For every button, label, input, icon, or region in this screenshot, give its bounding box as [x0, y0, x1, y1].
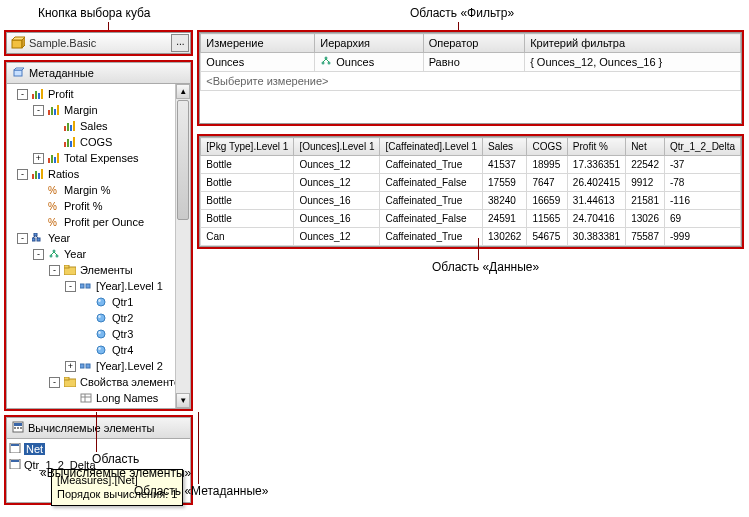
tree-row[interactable]: -Year: [9, 246, 188, 262]
tree-row[interactable]: Qtr4: [9, 342, 188, 358]
folder-icon: [63, 264, 77, 276]
scroll-down-button[interactable]: ▼: [176, 393, 190, 408]
percent-icon: %: [47, 200, 61, 212]
tree-row[interactable]: %Profit %: [9, 198, 188, 214]
cube-selector[interactable]: Sample.Basic ...: [6, 32, 191, 54]
filter-header[interactable]: Иерархия: [315, 34, 423, 53]
collapse-toggle[interactable]: -: [17, 233, 28, 244]
svg-point-48: [97, 314, 105, 322]
filter-header[interactable]: Критерий фильтра: [525, 34, 741, 53]
tree-row[interactable]: Long Names: [9, 390, 188, 406]
tree-row[interactable]: Sales: [9, 118, 188, 134]
tree-row[interactable]: %Profit per Ounce: [9, 214, 188, 230]
svg-rect-24: [57, 153, 59, 163]
member-icon: [95, 328, 109, 340]
svg-rect-43: [64, 265, 69, 268]
svg-rect-62: [14, 423, 22, 426]
svg-rect-27: [38, 173, 40, 179]
svg-line-73: [323, 59, 326, 62]
data-row[interactable]: CanOunces_12Caffeinated_True130262546753…: [201, 228, 741, 246]
filter-cell[interactable]: Ounces: [201, 53, 315, 72]
tree-row[interactable]: Qtr3: [9, 326, 188, 342]
data-header[interactable]: Qtr_1_2_Delta: [664, 138, 740, 156]
tree-label: Profit per Ounce: [64, 216, 144, 228]
svg-point-50: [97, 330, 105, 338]
collapse-toggle[interactable]: -: [65, 281, 76, 292]
collapse-toggle[interactable]: -: [17, 169, 28, 180]
collapse-toggle[interactable]: -: [33, 249, 44, 260]
collapse-toggle[interactable]: -: [49, 377, 60, 388]
metadata-tab[interactable]: Метаданные: [7, 63, 190, 84]
metadata-icon: [13, 66, 25, 80]
svg-rect-16: [73, 121, 75, 131]
svg-line-41: [54, 252, 57, 255]
data-row[interactable]: BottleOunces_16Caffeinated_False24591115…: [201, 210, 741, 228]
svg-rect-21: [48, 158, 50, 163]
svg-rect-26: [35, 171, 37, 179]
tree-row[interactable]: -Ratios: [9, 166, 188, 182]
svg-rect-8: [41, 89, 43, 99]
tree-row[interactable]: -Элементы: [9, 262, 188, 278]
data-cell: 13026: [626, 210, 665, 228]
expand-toggle[interactable]: +: [65, 361, 76, 372]
svg-rect-7: [38, 93, 40, 99]
tree-row[interactable]: COGS: [9, 134, 188, 150]
tree-scrollbar[interactable]: ▲ ▼: [175, 84, 190, 408]
data-row[interactable]: BottleOunces_12Caffeinated_True415371899…: [201, 156, 741, 174]
filter-prompt-row[interactable]: <Выберите измерение>: [201, 72, 741, 91]
calc-header: Вычисляемые элементы: [7, 418, 190, 439]
svg-rect-10: [51, 107, 53, 115]
tree-row[interactable]: -Свойства элементов: [9, 374, 188, 390]
tree-row[interactable]: %Margin %: [9, 182, 188, 198]
cube-browse-button[interactable]: ...: [171, 34, 189, 52]
tree-label: Long Names: [96, 392, 158, 404]
svg-text:%: %: [48, 185, 57, 195]
collapse-toggle[interactable]: -: [33, 105, 44, 116]
filter-header[interactable]: Измерение: [201, 34, 315, 53]
svg-rect-14: [67, 123, 69, 131]
tree-row[interactable]: Qtr2: [9, 310, 188, 326]
data-header[interactable]: [Ounces].Level 1: [294, 138, 380, 156]
svg-point-53: [98, 347, 100, 350]
expand-toggle[interactable]: +: [33, 153, 44, 164]
data-header[interactable]: Net: [626, 138, 665, 156]
data-header[interactable]: [Pkg Type].Level 1: [201, 138, 294, 156]
data-row[interactable]: BottleOunces_16Caffeinated_True382401665…: [201, 192, 741, 210]
metadata-tree[interactable]: -Profit-MarginSalesCOGS+Total Expenses-R…: [7, 84, 190, 408]
svg-rect-54: [80, 364, 84, 368]
hierarchy-icon: [47, 248, 61, 260]
scroll-up-button[interactable]: ▲: [176, 84, 190, 99]
filter-cell[interactable]: Равно: [423, 53, 525, 72]
svg-text:%: %: [48, 201, 57, 211]
tree-row[interactable]: Qtr1: [9, 294, 188, 310]
data-header[interactable]: Profit %: [567, 138, 625, 156]
filter-prompt-cell[interactable]: <Выберите измерение>: [201, 72, 741, 91]
data-cell: -78: [664, 174, 740, 192]
data-cell: 22542: [626, 156, 665, 174]
data-row[interactable]: BottleOunces_12Caffeinated_False17559764…: [201, 174, 741, 192]
filter-cell[interactable]: { Ounces_12, Ounces_16 }: [525, 53, 741, 72]
collapse-toggle[interactable]: -: [17, 89, 28, 100]
data-cell: 41537: [483, 156, 527, 174]
filter-cell[interactable]: Ounces: [315, 53, 423, 72]
filter-header[interactable]: Оператор: [423, 34, 525, 53]
tree-row[interactable]: -Year: [9, 230, 188, 246]
data-cell: 7647: [527, 174, 567, 192]
tree-label: COGS: [80, 136, 112, 148]
collapse-toggle[interactable]: -: [49, 265, 60, 276]
data-header[interactable]: Sales: [483, 138, 527, 156]
tree-label: Ratios: [48, 168, 79, 180]
tree-row[interactable]: -Profit: [9, 86, 188, 102]
hierarchy-icon: [320, 56, 332, 68]
tree-row[interactable]: -[Year].Level 1: [9, 278, 188, 294]
svg-rect-6: [35, 91, 37, 99]
scroll-thumb[interactable]: [177, 100, 189, 220]
data-cell: -116: [664, 192, 740, 210]
filter-row[interactable]: OuncesOuncesРавно{ Ounces_12, Ounces_16 …: [201, 53, 741, 72]
tree-row[interactable]: +Total Expenses: [9, 150, 188, 166]
data-header[interactable]: COGS: [527, 138, 567, 156]
tree-row[interactable]: -Margin: [9, 102, 188, 118]
data-header[interactable]: [Caffeinated].Level 1: [380, 138, 483, 156]
connector-line: [96, 412, 97, 452]
tree-row[interactable]: +[Year].Level 2: [9, 358, 188, 374]
